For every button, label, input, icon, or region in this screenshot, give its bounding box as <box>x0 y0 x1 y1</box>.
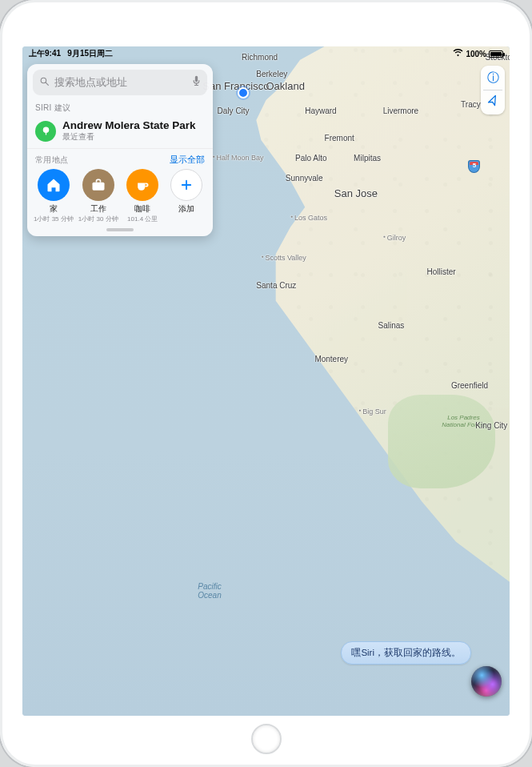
wifi-icon <box>453 49 463 58</box>
city-label[interactable]: Greenfield <box>451 381 488 390</box>
card-grabber[interactable] <box>106 228 134 231</box>
svg-rect-4 <box>45 132 46 135</box>
favorite-work[interactable]: 工作 1小时 30 分钟 <box>78 169 118 223</box>
favorite-sub: 1小时 30 分钟 <box>78 215 118 223</box>
city-label[interactable]: Santa Cruz <box>256 281 296 290</box>
city-label[interactable]: Half Moon Bay <box>213 154 264 162</box>
map-controls: ⓘ <box>481 66 505 114</box>
city-label[interactable]: Oakland <box>266 80 305 92</box>
favorites-header-row: 常用地点 显示全部 <box>27 149 213 167</box>
dictate-icon[interactable] <box>192 75 201 90</box>
city-label[interactable]: Hayward <box>305 106 336 115</box>
city-label[interactable]: Gilroy <box>383 234 406 242</box>
favorite-label: 咖啡 <box>134 203 150 215</box>
plus-icon <box>170 169 202 201</box>
siri-request-bubble: 嘿Siri，获取回家的路线。 <box>341 641 471 665</box>
city-label[interactable]: Scotts Valley <box>261 254 306 262</box>
home-button[interactable] <box>251 724 282 754</box>
map-ocean-label: PacificOcean <box>198 582 221 600</box>
search-icon <box>39 75 50 90</box>
status-date: 9月15日周二 <box>67 49 113 58</box>
city-label[interactable]: Big Sur <box>358 408 386 416</box>
city-label[interactable]: Hollister <box>426 267 455 276</box>
location-arrow-icon <box>485 94 501 111</box>
city-label[interactable]: Fremont <box>325 134 354 143</box>
battery-percent: 100% <box>466 50 486 58</box>
status-time: 上午9:41 <box>29 49 61 58</box>
siri-suggestion-text: Andrew Molera State Park 最近查看 <box>62 119 196 143</box>
city-label[interactable]: Berkeley <box>256 70 287 78</box>
city-label[interactable]: San Jose <box>334 187 378 199</box>
svg-rect-5 <box>92 183 104 191</box>
status-left: 上午9:41 9月15日周二 <box>29 48 113 59</box>
favorite-coffee[interactable]: 咖啡 101.4 公里 <box>123 169 162 223</box>
city-label[interactable]: Livermore <box>383 106 418 115</box>
city-label[interactable]: Tracy <box>461 100 481 109</box>
home-icon <box>38 169 70 201</box>
info-icon: ⓘ <box>487 70 499 86</box>
city-label[interactable]: Daly City <box>218 106 250 115</box>
favorite-home[interactable]: 家 1小时 35 分钟 <box>34 169 74 223</box>
screen: Los PadresNational Forest PacificOcean R… <box>22 46 510 716</box>
city-label[interactable]: Salinas <box>378 321 405 330</box>
favorite-add[interactable]: 添加 <box>167 169 206 223</box>
siri-suggestions-header: SIRI 建议 <box>27 101 213 115</box>
briefcase-icon <box>82 169 114 201</box>
city-label[interactable]: Monterey <box>314 355 348 363</box>
siri-suggestion-subtitle: 最近查看 <box>62 131 196 143</box>
map-locate-button[interactable] <box>481 90 505 114</box>
status-right: 100% <box>453 49 503 58</box>
map-forest-area <box>388 395 495 488</box>
favorite-label: 工作 <box>90 203 106 215</box>
siri-orb-icon[interactable] <box>471 666 502 697</box>
search-card: 搜索地点或地址 SIRI 建议 Andrew Molera State Park… <box>27 64 213 236</box>
search-input[interactable]: 搜索地点或地址 <box>33 70 207 95</box>
svg-rect-2 <box>195 75 198 82</box>
status-bar: 上午9:41 9月15日周二 100% <box>22 46 510 61</box>
city-label[interactable]: King City <box>475 421 507 430</box>
battery-icon <box>489 50 503 58</box>
favorite-label: 家 <box>50 203 58 215</box>
favorites-header: 常用地点 <box>35 155 68 166</box>
favorite-sub: 1小时 35 分钟 <box>34 215 74 223</box>
ipad-device-frame: Los PadresNational Forest PacificOcean R… <box>0 0 532 767</box>
svg-point-0 <box>41 78 46 83</box>
coffee-icon <box>126 169 158 201</box>
siri-suggestion-title: Andrew Molera State Park <box>62 119 196 131</box>
favorites-show-all-button[interactable]: 显示全部 <box>170 154 205 166</box>
map-info-button[interactable]: ⓘ <box>481 66 505 90</box>
city-label[interactable]: Sunnyvale <box>286 174 323 183</box>
city-label[interactable]: Los Gatos <box>290 214 327 222</box>
city-label[interactable]: Milpitas <box>354 154 381 163</box>
favorites-row: 家 1小时 35 分钟 工作 1小时 30 分钟 咖啡 101.4 公里 <box>27 167 213 223</box>
siri-suggestion-row[interactable]: Andrew Molera State Park 最近查看 <box>27 115 213 149</box>
city-label[interactable]: Palo Alto <box>295 154 326 163</box>
search-placeholder: 搜索地点或地址 <box>54 75 127 90</box>
favorite-label: 添加 <box>178 203 194 215</box>
svg-line-1 <box>46 82 48 85</box>
favorite-sub: 101.4 公里 <box>127 215 158 223</box>
park-icon <box>35 121 56 142</box>
